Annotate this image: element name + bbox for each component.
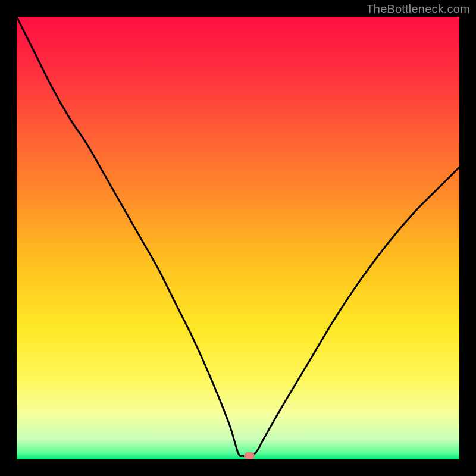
chart-plot-area bbox=[17, 17, 459, 459]
chart-frame: TheBottleneck.com bbox=[0, 0, 476, 476]
watermark-text: TheBottleneck.com bbox=[366, 2, 470, 16]
chart-curve bbox=[17, 17, 459, 459]
chart-marker-dot bbox=[244, 452, 255, 459]
